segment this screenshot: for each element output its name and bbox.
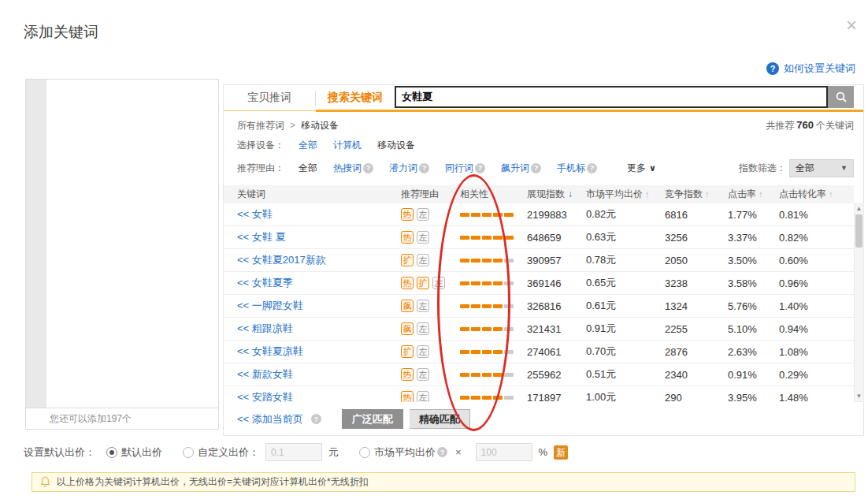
avg-price-value: 0.91元 bbox=[586, 322, 665, 336]
relevance-bar-filled bbox=[471, 350, 480, 354]
broad-match-button[interactable]: 广泛匹配 bbox=[342, 409, 403, 429]
relevance-bar-filled bbox=[493, 373, 503, 377]
help-icon[interactable]: ? bbox=[587, 163, 597, 173]
column-header-市场平均出价[interactable]: 市场平均出价↑ bbox=[586, 188, 665, 201]
device-option-移动设备[interactable]: 移动设备 bbox=[377, 139, 415, 152]
keyword-recommend-panel: 宝贝推词 搜索关键词 所有推荐词 > 移动设备 共推荐760个关键词 选择设备：… bbox=[223, 84, 864, 436]
sort-ascending-icon[interactable]: ↑ bbox=[829, 189, 833, 199]
sort-ascending-icon[interactable]: ↑ bbox=[645, 189, 650, 199]
tab-search-keyword[interactable]: 搜索关键词 bbox=[316, 85, 395, 111]
competition-value: 1324 bbox=[665, 300, 728, 312]
help-icon[interactable]: ? bbox=[475, 163, 485, 173]
keyword-link[interactable]: << 安踏女鞋 bbox=[224, 390, 401, 402]
reason-option-飙升词[interactable]: 飙升词? bbox=[501, 162, 541, 175]
keyword-link[interactable]: << 女鞋 夏 bbox=[224, 230, 401, 244]
reason-option-手机标[interactable]: 手机标? bbox=[557, 162, 597, 175]
reason-option-全部[interactable]: 全部 bbox=[299, 162, 317, 175]
reason-option-同行词[interactable]: 同行词? bbox=[445, 162, 485, 175]
more-filters-link[interactable]: 更多∨ bbox=[627, 162, 656, 175]
keyword-link[interactable]: << 一脚蹬女鞋 bbox=[224, 299, 401, 313]
index-filter-select[interactable]: 全部 ▼ bbox=[789, 159, 854, 177]
help-icon[interactable]: ? bbox=[419, 163, 429, 173]
relevance-bar-filled bbox=[460, 259, 469, 263]
relevance-bar-filled bbox=[493, 259, 503, 263]
keyword-link[interactable]: << 粗跟凉鞋 bbox=[224, 322, 401, 336]
ctr-value: 1.77% bbox=[728, 209, 779, 221]
dropdown-caret-icon: ▼ bbox=[840, 164, 848, 172]
keyword-search-input[interactable] bbox=[395, 86, 828, 108]
reason-option-热搜词[interactable]: 热搜词? bbox=[333, 162, 373, 175]
custom-bid-input[interactable] bbox=[265, 443, 322, 461]
market-avg-help-icon[interactable]: ? bbox=[437, 447, 447, 457]
competition-value: 2340 bbox=[665, 369, 728, 381]
sort-descending-icon[interactable]: ↓ bbox=[568, 188, 573, 199]
column-header-点击转化率[interactable]: 点击转化率↑ bbox=[779, 188, 854, 201]
relevance-bar-filled bbox=[482, 373, 491, 377]
ctr-value: 3.37% bbox=[728, 232, 779, 244]
column-header-点击率[interactable]: 点击率↑ bbox=[728, 188, 779, 201]
column-header-label: 相关性 bbox=[460, 188, 488, 199]
relevance-bars bbox=[460, 350, 527, 354]
relevance-bar-filled bbox=[504, 213, 514, 217]
table-scrollbar[interactable]: ▲ ▼ bbox=[854, 203, 864, 402]
reason-badges: 热左 bbox=[401, 368, 460, 381]
scroll-down-icon[interactable]: ▼ bbox=[855, 393, 863, 400]
relevance-bars bbox=[460, 327, 527, 331]
reason-option-label: 同行词 bbox=[445, 162, 473, 175]
device-option-全部[interactable]: 全部 bbox=[299, 139, 317, 152]
breadcrumb-separator: > bbox=[290, 120, 295, 131]
add-current-page-link[interactable]: << 添加当前页 bbox=[237, 412, 303, 426]
ctr-value: 3.95% bbox=[728, 392, 779, 403]
close-icon[interactable]: × bbox=[846, 16, 857, 35]
reason-badge-热: 热 bbox=[401, 277, 414, 289]
tab-underline-active bbox=[316, 110, 863, 112]
impressions-value: 2199883 bbox=[527, 209, 586, 221]
reason-badge-左: 左 bbox=[417, 231, 429, 244]
search-button[interactable] bbox=[828, 86, 854, 108]
keyword-link[interactable]: << 新款女鞋 bbox=[224, 367, 401, 382]
column-header-展现指数[interactable]: 展现指数↓ bbox=[527, 188, 586, 201]
scrollbar-thumb[interactable] bbox=[855, 214, 862, 248]
reason-badge-飙: 飙 bbox=[401, 300, 414, 312]
avg-price-value: 1.00元 bbox=[586, 390, 665, 402]
relevance-bar-filled bbox=[460, 304, 469, 308]
market-percent-input[interactable] bbox=[476, 443, 532, 461]
sort-ascending-icon[interactable]: ↑ bbox=[705, 189, 710, 199]
table-header: 关键词推荐理由相关性↑展现指数↓市场平均出价↑竞争指数↑点击率↑点击转化率↑ bbox=[224, 185, 854, 203]
reason-option-潜力词[interactable]: 潜力词? bbox=[389, 162, 429, 175]
ctr-value: 0.91% bbox=[728, 369, 779, 381]
sort-ascending-icon[interactable]: ↑ bbox=[759, 189, 763, 199]
reason-badge-扩: 扩 bbox=[401, 345, 414, 358]
keyword-link[interactable]: << 女鞋 bbox=[224, 207, 401, 222]
avg-price-value: 0.51元 bbox=[586, 367, 665, 382]
impressions-value: 648659 bbox=[527, 232, 586, 244]
competition-value: 3238 bbox=[665, 277, 728, 289]
cvr-value: 0.82% bbox=[779, 232, 854, 244]
reason-badge-左: 左 bbox=[417, 208, 429, 221]
column-header-竞争指数[interactable]: 竞争指数↑ bbox=[665, 188, 728, 201]
exact-match-button[interactable]: 精确匹配 bbox=[410, 409, 470, 429]
device-option-计算机[interactable]: 计算机 bbox=[333, 139, 362, 152]
help-link[interactable]: ? 如何设置关键词 bbox=[766, 61, 855, 76]
help-icon[interactable]: ? bbox=[363, 163, 373, 173]
keyword-link[interactable]: << 女鞋夏凉鞋 bbox=[224, 344, 401, 359]
bid-section-label: 设置默认出价： bbox=[24, 445, 95, 460]
add-page-help-icon[interactable]: ? bbox=[311, 414, 321, 424]
yuan-unit-label: 元 bbox=[328, 445, 339, 460]
sort-ascending-icon[interactable]: ↑ bbox=[491, 189, 495, 199]
default-bid-radio[interactable] bbox=[106, 447, 117, 458]
column-header-相关性[interactable]: 相关性↑ bbox=[460, 188, 527, 201]
keyword-link[interactable]: << 女鞋夏季 bbox=[224, 276, 401, 290]
reason-filter-row: 推荐理由： 全部热搜词?潜力词?同行词?飙升词?手机标? 更多∨ 指数筛选： 全… bbox=[224, 156, 863, 180]
scroll-up-icon[interactable]: ▲ bbox=[855, 205, 863, 213]
competition-value: 3256 bbox=[665, 232, 728, 244]
help-icon[interactable]: ? bbox=[531, 163, 541, 173]
keyword-link[interactable]: << 女鞋夏2017新款 bbox=[224, 253, 401, 267]
market-avg-bid-radio[interactable] bbox=[359, 447, 370, 458]
tab-item-recommend[interactable]: 宝贝推词 bbox=[224, 85, 315, 111]
breadcrumb-parent[interactable]: 所有推荐词 bbox=[237, 119, 284, 132]
custom-bid-radio[interactable] bbox=[183, 447, 194, 458]
impressions-value: 390957 bbox=[527, 255, 586, 266]
relevance-bar-filled bbox=[482, 350, 491, 354]
relevance-bar-filled bbox=[460, 350, 469, 354]
